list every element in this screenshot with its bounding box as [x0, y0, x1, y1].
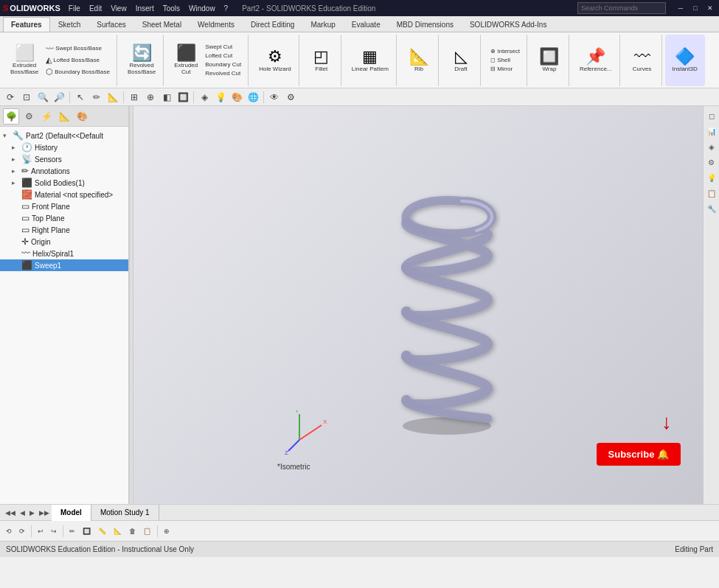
tab-motion-study-1[interactable]: Motion Study 1: [91, 505, 159, 521]
right-panel-btn-4[interactable]: ⚙: [705, 155, 718, 169]
swept-cut-button[interactable]: Swept Cut: [203, 43, 243, 51]
hide-show-button[interactable]: 👁: [267, 90, 282, 105]
wrap-button[interactable]: 🔲 Wrap: [535, 47, 564, 74]
select-button[interactable]: ↖: [73, 90, 88, 105]
lofted-boss-base-button[interactable]: ◭ Lofted Boss/Base: [44, 55, 112, 66]
tab-solidworks-addins[interactable]: SOLIDWORKS Add-Ins: [462, 17, 555, 32]
tab-surfaces[interactable]: Surfaces: [88, 17, 133, 32]
zoom-to-fit-button[interactable]: ⊡: [19, 90, 34, 105]
reference-button[interactable]: 📌 Reference...: [577, 47, 615, 74]
part2-root[interactable]: ▾ 🔧 Part2 (Default<<Default: [0, 130, 128, 141]
right-panel-btn-7[interactable]: 🔧: [705, 202, 718, 215]
right-panel-btn-5[interactable]: 💡: [705, 171, 718, 184]
menu-tools[interactable]: Tools: [159, 3, 184, 14]
extruded-boss-base-button[interactable]: ⬜ ExtrudedBoss/Base: [7, 43, 41, 77]
property-manager-tab[interactable]: ⚙: [21, 108, 37, 125]
menu-window[interactable]: Window: [185, 3, 219, 14]
revolved-cut-button[interactable]: Revolved Cut: [203, 69, 243, 77]
viewport[interactable]: X Y Z *Isometric ↓ Subscribe 🔔: [133, 106, 703, 504]
bottom-add-button[interactable]: ⊕: [161, 526, 173, 536]
tab-markup[interactable]: Markup: [302, 17, 343, 32]
display-manager-tab[interactable]: 🎨: [74, 108, 90, 125]
boundary-cut-button[interactable]: Boundary Cut: [203, 60, 243, 69]
menu-view[interactable]: View: [107, 3, 131, 14]
tab-evaluate[interactable]: Evaluate: [344, 17, 389, 32]
swept-boss-base-button[interactable]: 〰 Swept Boss/Base: [44, 43, 112, 54]
lighting-button[interactable]: 💡: [213, 90, 228, 105]
tab-model[interactable]: Model: [52, 505, 91, 521]
tree-item-history[interactable]: ▸ 🕐 History: [0, 141, 128, 153]
mirror-button[interactable]: ⊟ Mirror: [488, 65, 522, 73]
bottom-redo-button[interactable]: ⟳: [16, 526, 28, 536]
sketch-tool-button[interactable]: ✏: [89, 90, 104, 105]
boundary-boss-base-button[interactable]: ⬡ Boundary Boss/Base: [44, 66, 112, 77]
bottom-forward-button[interactable]: ↪: [48, 526, 60, 536]
rib-button[interactable]: 📐 Rib: [404, 47, 434, 74]
tree-item-helix-spiral[interactable]: 〰 Helix/Spiral1: [0, 248, 128, 259]
menu-file[interactable]: File: [65, 3, 84, 14]
tree-item-solid-bodies[interactable]: ▸ ⬛ Solid Bodies(1): [0, 177, 128, 189]
bottom-copy-button[interactable]: 📋: [140, 526, 154, 536]
bottom-undo-button[interactable]: ⟲: [3, 526, 15, 536]
grid-button[interactable]: ⊞: [127, 90, 142, 105]
configuration-manager-tab[interactable]: ⚡: [38, 108, 55, 125]
subscribe-button[interactable]: Subscribe 🔔: [597, 443, 681, 466]
tab-mbd-dimensions[interactable]: MBD Dimensions: [389, 17, 462, 32]
tree-item-right-plane[interactable]: ▭ Right Plane: [0, 224, 128, 236]
nav-last-button[interactable]: ▶▶: [37, 508, 52, 517]
tab-sketch[interactable]: Sketch: [50, 17, 89, 32]
snap-button[interactable]: ⊕: [143, 90, 158, 105]
section-view-button[interactable]: ◧: [159, 90, 174, 105]
menu-help[interactable]: ?: [220, 3, 232, 14]
bottom-back-button[interactable]: ↩: [35, 526, 46, 536]
nav-next-button[interactable]: ▶: [27, 508, 37, 517]
lofted-cut-button[interactable]: Lofted Cut: [203, 52, 243, 60]
tab-direct-editing[interactable]: Direct Editing: [243, 17, 302, 32]
display-style-button[interactable]: ◈: [197, 90, 212, 105]
maximize-button[interactable]: □: [690, 3, 701, 13]
right-panel-btn-2[interactable]: 📊: [705, 125, 718, 138]
rotate-view-button[interactable]: ⟳: [3, 90, 18, 105]
menu-edit[interactable]: Edit: [86, 3, 105, 14]
tree-item-top-plane[interactable]: ▭ Top Plane: [0, 212, 128, 224]
tab-sheet-metal[interactable]: Sheet Metal: [134, 17, 190, 32]
right-panel-btn-1[interactable]: ◻: [705, 109, 718, 122]
view-orientation-button[interactable]: 🔲: [176, 90, 190, 105]
menu-insert[interactable]: Insert: [132, 3, 158, 14]
curves-button[interactable]: 〰 Curves: [628, 47, 657, 74]
right-panel-btn-6[interactable]: 📋: [705, 186, 718, 200]
search-input[interactable]: [581, 4, 662, 12]
instant3d-button[interactable]: 🔷 Instant3D: [670, 47, 701, 74]
minimize-button[interactable]: ─: [675, 3, 687, 13]
tree-item-material[interactable]: 🧱 Material <not specified>: [0, 189, 128, 200]
dim-xpert-tab[interactable]: 📐: [56, 108, 72, 125]
tree-item-front-plane[interactable]: ▭ Front Plane: [0, 200, 128, 212]
revolved-boss-base-button[interactable]: 🔄 RevolvedBoss/Base: [125, 43, 159, 77]
bottom-edit-button[interactable]: ✏: [66, 526, 78, 536]
feature-manager-tab[interactable]: 🌳: [3, 108, 19, 125]
shell-button[interactable]: ◻ Shell: [488, 56, 522, 64]
intersect-button[interactable]: ⊕ Intersect: [488, 47, 522, 55]
extruded-cut-button[interactable]: ⬛ ExtrudedCut: [171, 43, 201, 77]
view-settings-button[interactable]: ⚙: [283, 90, 298, 105]
tab-weldments[interactable]: Weldments: [190, 17, 243, 32]
tree-item-sweep1[interactable]: ⬛ Sweep1: [0, 259, 128, 271]
bottom-delete-button[interactable]: 🗑: [126, 526, 139, 536]
linear-pattern-button[interactable]: ▦ Linear Pattern: [349, 47, 392, 74]
tree-item-annotations[interactable]: ▸ ✏ Annotations: [0, 165, 128, 177]
bottom-dimension-button[interactable]: 📐: [111, 526, 125, 536]
tree-item-origin[interactable]: ✛ Origin: [0, 236, 128, 248]
tree-item-sensors[interactable]: ▸ 📡 Sensors: [0, 153, 128, 165]
bottom-view-button[interactable]: 🔲: [80, 526, 94, 536]
fillet-button[interactable]: ◰ Fillet: [307, 47, 336, 74]
draft-button[interactable]: ◺ Draft: [446, 47, 476, 74]
scene-button[interactable]: 🌐: [246, 90, 260, 105]
right-panel-btn-3[interactable]: ◈: [705, 140, 718, 153]
3d-sketch-button[interactable]: 📐: [105, 90, 120, 105]
zoom-out-button[interactable]: 🔎: [52, 90, 66, 105]
zoom-in-button[interactable]: 🔍: [35, 90, 50, 105]
bottom-measure-button[interactable]: 📏: [95, 526, 109, 536]
nav-prev-button[interactable]: ◀: [18, 508, 27, 517]
hole-wizard-button[interactable]: ⚙ Hole Wizard: [256, 47, 294, 74]
nav-first-button[interactable]: ◀◀: [3, 508, 18, 517]
